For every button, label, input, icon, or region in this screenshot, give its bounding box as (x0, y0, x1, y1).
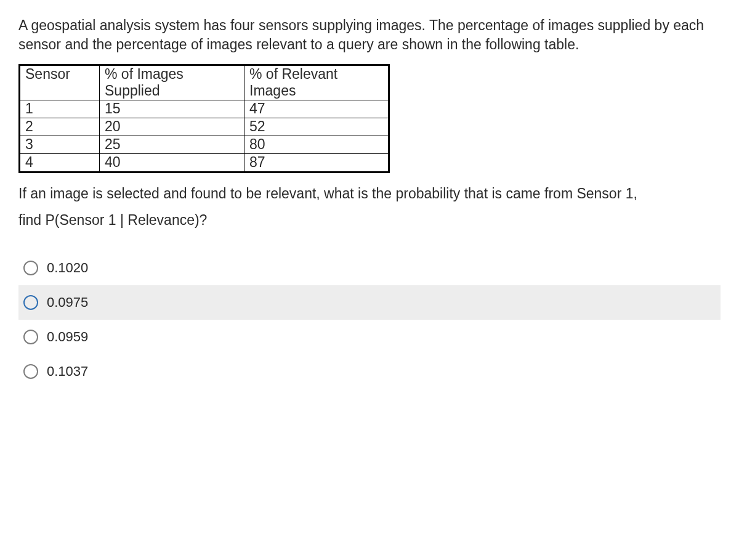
option-0[interactable]: 0.1020 (18, 251, 721, 285)
radio-icon (23, 261, 38, 275)
cell-supplied: 40 (100, 154, 244, 172)
table-row: 1 15 47 (20, 100, 389, 118)
question-intro: A geospatial analysis system has four se… (18, 16, 721, 54)
option-label: 0.0959 (47, 329, 88, 345)
table-row: 2 20 52 (20, 118, 389, 136)
cell-supplied: 15 (100, 100, 244, 118)
cell-sensor: 2 (20, 118, 100, 136)
option-label: 0.1037 (47, 363, 88, 379)
question-followup: If an image is selected and found to be … (18, 184, 721, 203)
cell-relevant: 52 (244, 118, 389, 136)
option-label: 0.0975 (47, 294, 88, 310)
table-row: 4 40 87 (20, 154, 389, 172)
table-header-row: Sensor % of Images Supplied % of Relevan… (20, 65, 389, 100)
cell-relevant: 47 (244, 100, 389, 118)
option-2[interactable]: 0.0959 (18, 320, 721, 354)
cell-supplied: 20 (100, 118, 244, 136)
cell-relevant: 80 (244, 136, 389, 154)
data-table: Sensor % of Images Supplied % of Relevan… (18, 64, 390, 173)
radio-icon (23, 295, 38, 310)
radio-icon (23, 330, 38, 344)
cell-relevant: 87 (244, 154, 389, 172)
options-list: 0.1020 0.0975 0.0959 0.1037 (18, 251, 721, 389)
cell-sensor: 3 (20, 136, 100, 154)
table-header-sensor: Sensor (20, 65, 100, 100)
option-3[interactable]: 0.1037 (18, 354, 721, 389)
table-row: 3 25 80 (20, 136, 389, 154)
cell-sensor: 1 (20, 100, 100, 118)
table-header-relevant: % of Relevant Images (244, 65, 389, 100)
cell-sensor: 4 (20, 154, 100, 172)
table-header-supplied: % of Images Supplied (100, 65, 244, 100)
radio-icon (23, 364, 38, 379)
option-label: 0.1020 (47, 260, 88, 276)
option-1[interactable]: 0.0975 (18, 285, 721, 320)
cell-supplied: 25 (100, 136, 244, 154)
question-prompt: find P(Sensor 1 | Relevance)? (18, 212, 721, 229)
